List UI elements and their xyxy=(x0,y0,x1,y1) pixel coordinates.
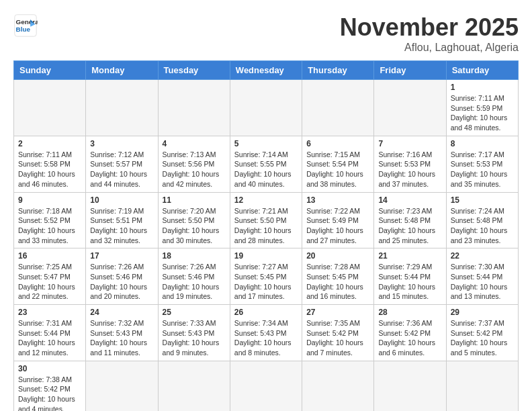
calendar-week-row: 16Sunrise: 7:25 AMSunset: 5:47 PMDayligh… xyxy=(14,248,519,305)
day-info: Sunrise: 7:14 AMSunset: 5:55 PMDaylight:… xyxy=(234,150,298,189)
calendar-cell: 6Sunrise: 7:15 AMSunset: 5:54 PMDaylight… xyxy=(302,136,374,192)
month-title: November 2025 xyxy=(340,13,519,42)
day-number: 4 xyxy=(163,139,226,148)
calendar-cell: 5Sunrise: 7:14 AMSunset: 5:55 PMDaylight… xyxy=(230,136,302,192)
weekday-header: Friday xyxy=(374,61,446,80)
day-number: 7 xyxy=(378,139,441,148)
day-number: 30 xyxy=(18,364,81,373)
calendar-cell: 14Sunrise: 7:23 AMSunset: 5:48 PMDayligh… xyxy=(374,192,446,248)
calendar-cell xyxy=(230,80,302,136)
day-number: 16 xyxy=(18,251,81,261)
calendar-cell xyxy=(230,361,302,411)
day-number: 11 xyxy=(163,195,226,205)
day-info: Sunrise: 7:22 AMSunset: 5:49 PMDaylight:… xyxy=(306,206,369,246)
calendar-table: SundayMondayTuesdayWednesdayThursdayFrid… xyxy=(13,60,519,411)
day-number: 29 xyxy=(451,308,514,317)
calendar-cell: 22Sunrise: 7:30 AMSunset: 5:44 PMDayligh… xyxy=(446,248,518,305)
day-info: Sunrise: 7:37 AMSunset: 5:42 PMDaylight:… xyxy=(451,318,514,358)
day-number: 2 xyxy=(18,139,81,148)
day-info: Sunrise: 7:31 AMSunset: 5:44 PMDaylight:… xyxy=(18,318,81,358)
day-info: Sunrise: 7:26 AMSunset: 5:46 PMDaylight:… xyxy=(163,262,226,302)
calendar-cell xyxy=(374,80,446,136)
day-info: Sunrise: 7:36 AMSunset: 5:42 PMDaylight:… xyxy=(378,318,441,358)
day-info: Sunrise: 7:26 AMSunset: 5:46 PMDaylight:… xyxy=(90,262,153,302)
calendar-cell: 9Sunrise: 7:18 AMSunset: 5:52 PMDaylight… xyxy=(14,192,86,248)
day-number: 22 xyxy=(451,251,514,261)
calendar-cell xyxy=(14,80,86,136)
weekday-header: Saturday xyxy=(446,61,518,80)
calendar-cell xyxy=(374,361,446,411)
weekday-header: Tuesday xyxy=(158,61,230,80)
weekday-header: Thursday xyxy=(302,61,374,80)
calendar-cell: 10Sunrise: 7:19 AMSunset: 5:51 PMDayligh… xyxy=(86,192,158,248)
day-info: Sunrise: 7:29 AMSunset: 5:44 PMDaylight:… xyxy=(378,262,441,302)
day-number: 8 xyxy=(451,139,514,148)
calendar-cell: 17Sunrise: 7:26 AMSunset: 5:46 PMDayligh… xyxy=(86,248,158,305)
calendar-cell: 20Sunrise: 7:28 AMSunset: 5:45 PMDayligh… xyxy=(302,248,374,305)
calendar-cell: 24Sunrise: 7:32 AMSunset: 5:43 PMDayligh… xyxy=(86,305,158,361)
calendar-cell xyxy=(302,361,374,411)
day-info: Sunrise: 7:19 AMSunset: 5:51 PMDaylight:… xyxy=(90,206,153,246)
day-number: 23 xyxy=(18,308,81,317)
day-number: 10 xyxy=(90,195,153,205)
calendar-cell xyxy=(158,80,230,136)
day-info: Sunrise: 7:33 AMSunset: 5:43 PMDaylight:… xyxy=(163,318,226,358)
calendar-week-row: 2Sunrise: 7:11 AMSunset: 5:58 PMDaylight… xyxy=(14,136,519,192)
day-number: 27 xyxy=(306,308,369,317)
day-info: Sunrise: 7:16 AMSunset: 5:53 PMDaylight:… xyxy=(378,150,441,189)
logo: General Blue xyxy=(13,13,38,38)
day-info: Sunrise: 7:28 AMSunset: 5:45 PMDaylight:… xyxy=(306,262,369,302)
calendar-cell: 7Sunrise: 7:16 AMSunset: 5:53 PMDaylight… xyxy=(374,136,446,192)
calendar-cell xyxy=(86,80,158,136)
day-number: 19 xyxy=(234,251,298,261)
page-header: General Blue November 2025 Aflou, Laghou… xyxy=(13,13,519,54)
day-info: Sunrise: 7:15 AMSunset: 5:54 PMDaylight:… xyxy=(306,150,369,189)
day-info: Sunrise: 7:32 AMSunset: 5:43 PMDaylight:… xyxy=(90,318,153,358)
calendar-cell: 13Sunrise: 7:22 AMSunset: 5:49 PMDayligh… xyxy=(302,192,374,248)
calendar-cell: 3Sunrise: 7:12 AMSunset: 5:57 PMDaylight… xyxy=(86,136,158,192)
day-number: 14 xyxy=(378,195,441,205)
calendar-cell xyxy=(302,80,374,136)
day-info: Sunrise: 7:11 AMSunset: 5:59 PMDaylight:… xyxy=(451,93,514,133)
calendar-cell: 30Sunrise: 7:38 AMSunset: 5:42 PMDayligh… xyxy=(14,361,86,411)
calendar-cell: 18Sunrise: 7:26 AMSunset: 5:46 PMDayligh… xyxy=(158,248,230,305)
svg-text:Blue: Blue xyxy=(16,26,31,33)
day-number: 13 xyxy=(306,195,369,205)
day-number: 12 xyxy=(234,195,298,205)
calendar-cell: 15Sunrise: 7:24 AMSunset: 5:48 PMDayligh… xyxy=(446,192,518,248)
day-number: 24 xyxy=(90,308,153,317)
calendar-cell: 27Sunrise: 7:35 AMSunset: 5:42 PMDayligh… xyxy=(302,305,374,361)
day-info: Sunrise: 7:34 AMSunset: 5:43 PMDaylight:… xyxy=(234,318,298,358)
calendar-week-row: 23Sunrise: 7:31 AMSunset: 5:44 PMDayligh… xyxy=(14,305,519,361)
weekday-header: Sunday xyxy=(14,61,86,80)
calendar-cell: 8Sunrise: 7:17 AMSunset: 5:53 PMDaylight… xyxy=(446,136,518,192)
calendar-cell xyxy=(446,361,518,411)
day-info: Sunrise: 7:38 AMSunset: 5:42 PMDaylight:… xyxy=(18,375,81,411)
calendar-cell xyxy=(158,361,230,411)
day-number: 25 xyxy=(163,308,226,317)
day-number: 6 xyxy=(306,139,369,148)
day-number: 1 xyxy=(451,83,514,92)
calendar-header-row: SundayMondayTuesdayWednesdayThursdayFrid… xyxy=(14,61,519,80)
day-info: Sunrise: 7:12 AMSunset: 5:57 PMDaylight:… xyxy=(90,150,153,189)
location-subtitle: Aflou, Laghouat, Algeria xyxy=(340,42,519,54)
day-number: 3 xyxy=(90,139,153,148)
calendar-cell: 29Sunrise: 7:37 AMSunset: 5:42 PMDayligh… xyxy=(446,305,518,361)
calendar-cell: 16Sunrise: 7:25 AMSunset: 5:47 PMDayligh… xyxy=(14,248,86,305)
calendar-cell: 25Sunrise: 7:33 AMSunset: 5:43 PMDayligh… xyxy=(158,305,230,361)
calendar-week-row: 1Sunrise: 7:11 AMSunset: 5:59 PMDaylight… xyxy=(14,80,519,136)
day-info: Sunrise: 7:23 AMSunset: 5:48 PMDaylight:… xyxy=(378,206,441,246)
title-block: November 2025 Aflou, Laghouat, Algeria xyxy=(340,13,519,54)
calendar-week-row: 9Sunrise: 7:18 AMSunset: 5:52 PMDaylight… xyxy=(14,192,519,248)
calendar-cell: 19Sunrise: 7:27 AMSunset: 5:45 PMDayligh… xyxy=(230,248,302,305)
day-number: 15 xyxy=(451,195,514,205)
weekday-header: Wednesday xyxy=(230,61,302,80)
calendar-cell: 11Sunrise: 7:20 AMSunset: 5:50 PMDayligh… xyxy=(158,192,230,248)
calendar-cell: 23Sunrise: 7:31 AMSunset: 5:44 PMDayligh… xyxy=(14,305,86,361)
calendar-cell: 26Sunrise: 7:34 AMSunset: 5:43 PMDayligh… xyxy=(230,305,302,361)
day-info: Sunrise: 7:13 AMSunset: 5:56 PMDaylight:… xyxy=(163,150,226,189)
day-number: 18 xyxy=(163,251,226,261)
logo-icon: General Blue xyxy=(13,13,38,38)
day-number: 28 xyxy=(378,308,441,317)
day-number: 17 xyxy=(90,251,153,261)
